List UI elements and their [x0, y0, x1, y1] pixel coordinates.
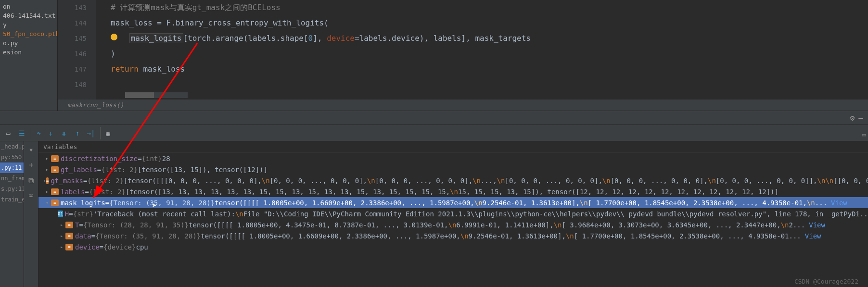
frames-list[interactable]: _head.p py:550 .py:11 nn_fram s.py:11 tr… [0, 141, 24, 287]
view-link[interactable]: View [831, 199, 847, 207]
code-content[interactable]: # 计算预测mask与真实gt_mask之间的BCELoss mask_loss… [96, 0, 868, 100]
project-tree[interactable]: on 406-141544.txt y 50_fpn_coco.pth o.py… [0, 0, 58, 111]
var-name: mask_logits [61, 199, 105, 207]
var-name: gt_labels [61, 166, 97, 174]
expand-arrow-icon[interactable]: ▸ [58, 233, 65, 238]
var-type: {int} [142, 155, 162, 162]
minimize-icon[interactable]: — [858, 113, 863, 123]
variable-row[interactable]: ▸≡ gt_masks = {list: 2} [tensor([[[0, 0,… [38, 175, 868, 186]
side-toolbar: ▾ ＋ ⧉ ∞ [24, 141, 38, 287]
field-var-icon: ≡ [65, 244, 73, 250]
force-step-into-icon[interactable]: ⇊ [58, 127, 70, 139]
variable-row[interactable]: ▸≡ gt_labels = {list: 2} [tensor([13, 15… [38, 164, 868, 175]
code-editor[interactable]: 143 144 145 146 147 148 # 计算预测mask与真实gt_… [58, 0, 868, 111]
field-var-icon: ≡ [51, 188, 59, 195]
var-type: {list: 2} [101, 166, 138, 174]
tree-item[interactable]: 406-141544.txt [0, 11, 57, 20]
gear-icon[interactable]: ⚙ [850, 113, 855, 123]
step-into-icon[interactable]: ↓ [44, 127, 57, 139]
variable-row[interactable]: ▸≡ discretization_size = {int} 28 [38, 153, 868, 164]
expand-arrow-icon[interactable]: ▸ [43, 189, 51, 194]
layout-icon[interactable]: ☰ [15, 127, 28, 139]
tree-item[interactable]: y [0, 20, 57, 29]
var-type: {list: 2} [89, 188, 126, 196]
evaluate-icon[interactable]: ▦ [100, 127, 113, 139]
watermark: CSDN @Courage2022 [794, 278, 858, 285]
expand-arrow-icon[interactable]: ▸ [43, 167, 51, 172]
step-over-icon[interactable]: ↷ [31, 127, 43, 139]
tree-item[interactable]: on [0, 2, 57, 11]
expand-arrow-icon[interactable]: ▸ [43, 156, 51, 161]
var-name: gt_masks [51, 177, 83, 185]
breadcrumb[interactable]: maskrcnn_loss() [58, 100, 868, 111]
var-type: {Tensor: (35, 91, 28, 28)} [109, 199, 215, 207]
console-tab-icon[interactable]: ▭ [2, 127, 14, 139]
var-name: data [75, 232, 91, 240]
field-var-icon: ≡ [51, 200, 59, 206]
string-var-icon: 01 [58, 211, 63, 217]
variable-row[interactable]: ▸≡ labels = {list: 2} [tensor([13, 13, 1… [38, 186, 868, 197]
view-link[interactable]: View [805, 232, 821, 240]
run-to-cursor-icon[interactable]: →| [85, 127, 97, 139]
field-var-icon: ≡ [51, 166, 59, 173]
view-link[interactable]: View [809, 221, 825, 229]
tree-item[interactable]: 50_fpn_coco.pth [0, 29, 57, 38]
expand-arrow-icon[interactable]: ▸ [58, 244, 65, 250]
var-type: {Tensor: (28, 28, 91, 35)} [83, 221, 189, 229]
variables-header: Variables [38, 141, 868, 153]
field-var-icon: ≡ [51, 155, 59, 162]
tree-item[interactable]: esion [0, 48, 57, 57]
debug-panel-header: ⚙ — [0, 111, 868, 125]
var-name: T [75, 221, 79, 229]
down-icon[interactable]: ▾ [29, 145, 34, 154]
variables-tree[interactable]: Variables ▸≡ discretization_size = {int}… [38, 141, 868, 287]
var-type: {device} [103, 243, 136, 251]
var-type: {list: 2} [87, 177, 124, 185]
var-name: labels [61, 188, 85, 196]
tree-item[interactable]: o.py [0, 38, 57, 48]
copy-icon[interactable]: ⧉ [28, 176, 34, 185]
glasses-icon[interactable]: ∞ [29, 191, 34, 200]
step-out-icon[interactable]: ↑ [71, 127, 84, 139]
code-comment: # 计算预测mask与真实gt_mask之间的BCELoss [111, 3, 281, 12]
var-type: {Tensor: (35, 91, 28, 28)} [95, 232, 201, 240]
expand-arrow-icon[interactable]: ▾ [43, 200, 51, 205]
var-name: discretization_size [61, 155, 138, 162]
layout-icon[interactable]: ▭ [862, 131, 866, 138]
variable-row[interactable]: ▸≡ device = {device} cpu [38, 241, 868, 252]
field-var-icon: ≡ [65, 233, 73, 239]
expand-arrow-icon[interactable]: ▸ [58, 222, 65, 227]
debug-toolbar: ▭ ☰ ↷ ↓ ⇊ ↑ →| ▦ ▭ [0, 125, 868, 141]
horizontal-scrollbar[interactable] [125, 92, 188, 98]
var-name: H [65, 210, 69, 218]
add-icon[interactable]: ＋ [27, 160, 35, 170]
field-var-icon: ≡ [65, 222, 73, 228]
var-name: device [75, 243, 100, 251]
variable-row[interactable]: ▸≡ data = {Tensor: (35, 91, 28, 28)} ten… [38, 230, 868, 241]
line-gutter: 143 144 145 146 147 148 [58, 0, 96, 100]
field-var-icon: ≡ [46, 177, 49, 184]
variable-row[interactable]: ▾≡ mask_logits = {Tensor: (35, 91, 28, 2… [38, 197, 868, 208]
var-type: {str} [73, 210, 93, 218]
variable-row[interactable]: ▸≡ T = {Tensor: (28, 28, 91, 35)} tensor… [38, 219, 868, 230]
variable-row[interactable]: 01 H = {str} 'Traceback (most recent cal… [38, 208, 868, 219]
